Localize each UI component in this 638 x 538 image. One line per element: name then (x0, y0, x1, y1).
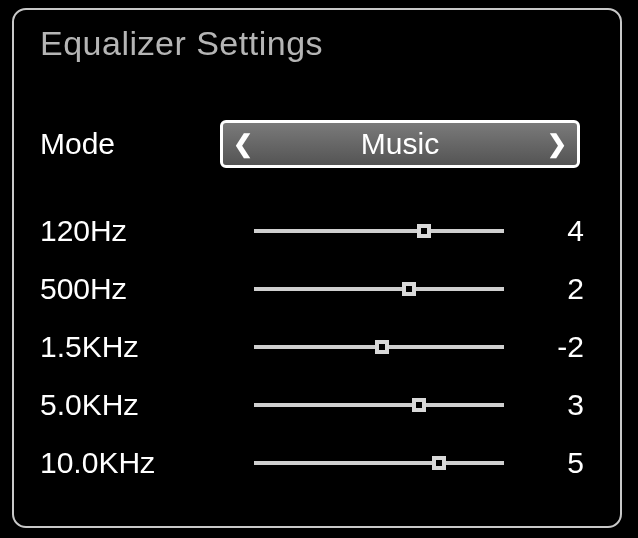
slider-thumb[interactable] (402, 282, 416, 296)
band-label: 10.0KHz (40, 446, 254, 480)
equalizer-panel: Equalizer Settings Mode ❮ Music ❯ 120Hz … (12, 8, 622, 528)
band-value: -2 (504, 330, 588, 364)
band-row: 1.5KHz -2 (40, 318, 598, 376)
band-label: 120Hz (40, 214, 254, 248)
slider-thumb[interactable] (432, 456, 446, 470)
band-value: 4 (504, 214, 588, 248)
band-label: 500Hz (40, 272, 254, 306)
mode-selector[interactable]: ❮ Music ❯ (220, 120, 580, 168)
band-label: 1.5KHz (40, 330, 254, 364)
mode-label: Mode (40, 127, 220, 161)
slider-track (254, 229, 504, 233)
band-label: 5.0KHz (40, 388, 254, 422)
equalizer-bands: 120Hz 4 500Hz 2 1.5KHz -2 5.0KHz (40, 202, 598, 492)
slider-thumb[interactable] (417, 224, 431, 238)
band-row: 500Hz 2 (40, 260, 598, 318)
mode-row: Mode ❮ Music ❯ (40, 118, 598, 170)
band-value: 3 (504, 388, 588, 422)
panel-title: Equalizer Settings (40, 24, 323, 63)
mode-value: Music (361, 127, 439, 161)
band-value: 2 (504, 272, 588, 306)
band-slider[interactable] (254, 211, 504, 251)
slider-thumb[interactable] (375, 340, 389, 354)
band-row: 10.0KHz 5 (40, 434, 598, 492)
band-value: 5 (504, 446, 588, 480)
band-row: 5.0KHz 3 (40, 376, 598, 434)
mode-prev-icon[interactable]: ❮ (229, 132, 257, 156)
band-slider[interactable] (254, 443, 504, 483)
band-slider[interactable] (254, 327, 504, 367)
band-slider[interactable] (254, 385, 504, 425)
band-slider[interactable] (254, 269, 504, 309)
band-row: 120Hz 4 (40, 202, 598, 260)
slider-track (254, 403, 504, 407)
mode-next-icon[interactable]: ❯ (543, 132, 571, 156)
slider-thumb[interactable] (412, 398, 426, 412)
slider-track (254, 287, 504, 291)
slider-track (254, 461, 504, 465)
